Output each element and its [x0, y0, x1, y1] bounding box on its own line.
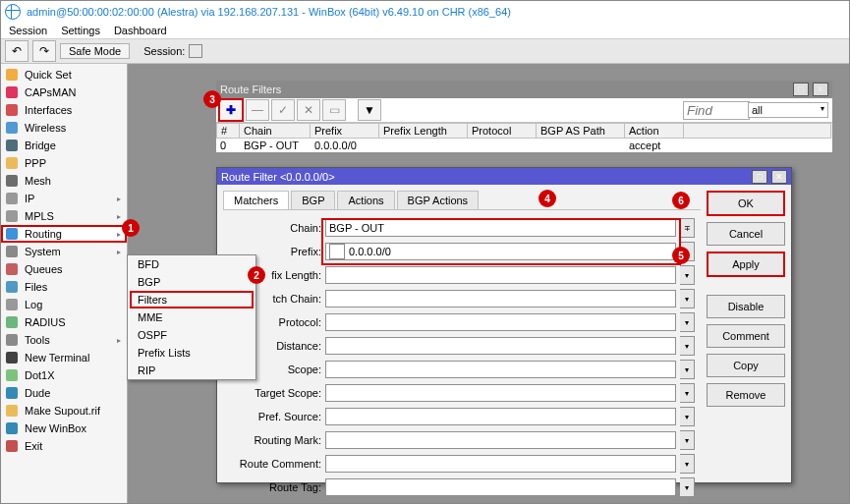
- undo-button[interactable]: ↶: [5, 40, 28, 62]
- column-header[interactable]: Protocol: [468, 123, 537, 139]
- sidebar-item-capsman[interactable]: CAPsMAN: [1, 84, 127, 101]
- sidebar-item-radius[interactable]: RADIUS: [1, 313, 127, 331]
- sidebar-item-queues[interactable]: Queues: [1, 260, 127, 278]
- enable-button[interactable]: ✓: [271, 99, 295, 121]
- prefix-checkbox[interactable]: [329, 244, 345, 259]
- field-dropdown-icon[interactable]: ▾: [680, 336, 695, 356]
- apply-button[interactable]: Apply: [707, 252, 785, 277]
- sidebar-item-tools[interactable]: Tools▸: [1, 331, 127, 349]
- system-icon: [5, 245, 19, 258]
- sidebar-item-bridge[interactable]: Bridge: [1, 137, 127, 154]
- routing-submenu: BFDBGPFiltersMMEOSPFPrefix ListsRIP: [127, 254, 256, 380]
- field-psrc-input[interactable]: [325, 408, 676, 425]
- field-matchchain-input[interactable]: [325, 290, 676, 308]
- routing-submenu-prefix-lists[interactable]: Prefix Lists: [128, 344, 255, 362]
- field-row-protocol: Protocol:▾: [229, 312, 695, 332]
- field-rtag-input[interactable]: [325, 478, 676, 496]
- dialog-minimize-icon[interactable]: □: [752, 170, 767, 184]
- find-input[interactable]: [683, 101, 750, 120]
- comment-button[interactable]: ▭: [322, 99, 346, 121]
- field-dropdown-icon[interactable]: ▾: [680, 407, 695, 426]
- column-header[interactable]: BGP AS Path: [537, 123, 625, 139]
- field-plen-input[interactable]: [325, 266, 676, 284]
- field-dropdown-icon[interactable]: ▾: [680, 289, 695, 308]
- tab-actions[interactable]: Actions: [337, 191, 394, 209]
- menu-dashboard[interactable]: Dashboard: [114, 25, 167, 36]
- remove-dialog-button[interactable]: Remove: [707, 383, 785, 407]
- ppp-icon: [5, 156, 19, 170]
- menu-session[interactable]: Session: [9, 25, 47, 36]
- routing-submenu-mme[interactable]: MME: [128, 308, 255, 326]
- sidebar-item-system[interactable]: System▸: [1, 243, 127, 260]
- routing-submenu-rip[interactable]: RIP: [128, 362, 255, 379]
- cancel-button[interactable]: Cancel: [707, 222, 785, 246]
- safe-mode-button[interactable]: Safe Mode: [60, 43, 130, 59]
- dialog-close-icon[interactable]: ✕: [771, 170, 787, 184]
- dialog-titlebar[interactable]: Route Filter <0.0.0.0/0> □ ✕: [217, 168, 791, 185]
- field-dropdown-icon[interactable]: ∓: [680, 218, 695, 238]
- sidebar-item-log[interactable]: Log: [1, 296, 127, 313]
- field-tscope-input[interactable]: [325, 384, 676, 402]
- redo-button[interactable]: ↷: [32, 40, 56, 62]
- field-dropdown-icon[interactable]: ▾: [680, 383, 695, 403]
- copy-dialog-button[interactable]: Copy: [707, 354, 785, 377]
- disable-dialog-button[interactable]: Disable: [707, 295, 785, 318]
- minimize-icon[interactable]: □: [793, 83, 809, 96]
- field-dropdown-icon[interactable]: ▾: [680, 430, 695, 450]
- sidebar-item-quick-set[interactable]: Quick Set: [1, 66, 127, 84]
- sidebar-item-exit[interactable]: Exit: [1, 437, 127, 455]
- column-header[interactable]: Chain: [240, 123, 311, 139]
- close-icon[interactable]: ✕: [813, 83, 828, 96]
- route-filters-titlebar[interactable]: Route Filters □ ✕: [216, 81, 832, 98]
- menu-settings[interactable]: Settings: [61, 25, 100, 36]
- sidebar-item-new-winbox[interactable]: New WinBox: [1, 420, 127, 437]
- sidebar-item-dot1x[interactable]: Dot1X: [1, 366, 127, 384]
- routing-submenu-bfd[interactable]: BFD: [128, 255, 255, 273]
- tab-bgp[interactable]: BGP: [291, 191, 335, 209]
- column-header[interactable]: Prefix Length: [379, 123, 468, 139]
- tab-bgp-actions[interactable]: BGP Actions: [397, 191, 480, 209]
- disable-button[interactable]: ✕: [297, 99, 320, 121]
- routing-submenu-ospf[interactable]: OSPF: [128, 326, 255, 344]
- field-dropdown-icon[interactable]: ▾: [680, 265, 695, 285]
- files-icon: [5, 280, 19, 294]
- filter-all-select[interactable]: all ▾: [748, 102, 828, 118]
- sidebar-item-new-terminal[interactable]: New Terminal: [1, 349, 127, 366]
- sidebar-item-routing[interactable]: Routing▸: [1, 225, 127, 243]
- field-chain-input[interactable]: BGP - OUT: [325, 219, 676, 237]
- filter-icon[interactable]: ▼: [358, 99, 381, 121]
- sidebar-item-make-supout-rif[interactable]: Make Supout.rif: [1, 402, 127, 420]
- comment-dialog-button[interactable]: Comment: [707, 324, 785, 348]
- sidebar-item-mpls[interactable]: MPLS▸: [1, 207, 127, 225]
- add-button[interactable]: ✚: [218, 98, 244, 122]
- field-distance-input[interactable]: [325, 337, 676, 355]
- ok-button[interactable]: OK: [707, 191, 785, 216]
- field-dropdown-icon[interactable]: ▾: [680, 477, 695, 497]
- routing-submenu-bgp[interactable]: BGP: [128, 273, 255, 291]
- field-dropdown-icon[interactable]: ▾: [680, 312, 695, 332]
- route-filters-row[interactable]: 0BGP - OUT0.0.0.0/0accept: [216, 139, 832, 152]
- field-dropdown-icon[interactable]: ▾: [680, 454, 695, 474]
- sidebar-item-wireless[interactable]: Wireless: [1, 119, 127, 137]
- column-header[interactable]: Action: [625, 123, 684, 139]
- callout-4: 4: [538, 190, 556, 207]
- field-scope-input[interactable]: [325, 361, 676, 378]
- field-rcomment-input[interactable]: [325, 455, 676, 473]
- sidebar-item-dude[interactable]: Dude: [1, 384, 127, 402]
- field-prefix-input[interactable]: 0.0.0.0/0: [325, 243, 676, 260]
- field-dropdown-icon[interactable]: ▾: [680, 360, 695, 379]
- field-rmark-input[interactable]: [325, 431, 676, 449]
- field-protocol-input[interactable]: [325, 313, 676, 331]
- sidebar-item-ppp[interactable]: PPP: [1, 154, 127, 172]
- sidebar-item-mesh[interactable]: Mesh: [1, 172, 127, 190]
- column-header[interactable]: [684, 123, 831, 139]
- sidebar-item-interfaces[interactable]: Interfaces: [1, 101, 127, 119]
- sidebar-item-files[interactable]: Files: [1, 278, 127, 296]
- routing-submenu-filters[interactable]: Filters: [128, 291, 255, 308]
- dot1x-icon: [5, 368, 19, 382]
- tab-matchers[interactable]: Matchers: [223, 191, 289, 209]
- column-header[interactable]: Prefix: [311, 123, 379, 139]
- column-header[interactable]: #: [216, 123, 240, 139]
- remove-button[interactable]: —: [246, 99, 269, 121]
- sidebar-item-ip[interactable]: IP▸: [1, 190, 127, 207]
